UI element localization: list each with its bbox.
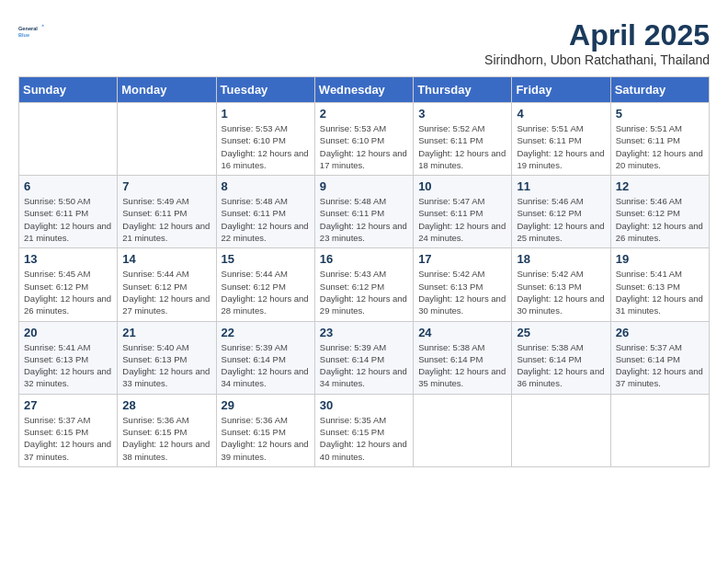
day-info: Sunrise: 5:41 AM Sunset: 6:13 PM Dayligh… (616, 268, 704, 316)
month-title: April 2025 (484, 18, 710, 52)
column-header-saturday: Saturday (610, 77, 709, 103)
day-number: 15 (222, 252, 310, 266)
day-info: Sunrise: 5:35 AM Sunset: 6:15 PM Dayligh… (320, 414, 408, 463)
calendar-cell: 15Sunrise: 5:44 AM Sunset: 6:12 PM Dayli… (216, 248, 314, 321)
day-info: Sunrise: 5:49 AM Sunset: 6:11 PM Dayligh… (122, 195, 210, 244)
calendar-cell: 27Sunrise: 5:37 AM Sunset: 6:15 PM Dayli… (19, 394, 118, 466)
day-info: Sunrise: 5:37 AM Sunset: 6:15 PM Dayligh… (24, 414, 112, 463)
day-info: Sunrise: 5:38 AM Sunset: 6:14 PM Dayligh… (517, 341, 605, 390)
day-info: Sunrise: 5:37 AM Sunset: 6:14 PM Dayligh… (616, 341, 704, 390)
subtitle: Sirindhorn, Ubon Ratchathani, Thailand (484, 52, 710, 67)
day-number: 4 (517, 107, 605, 121)
day-number: 25 (517, 326, 605, 339)
day-number: 18 (517, 252, 605, 266)
day-number: 21 (122, 326, 210, 339)
week-row-4: 20Sunrise: 5:41 AM Sunset: 6:13 PM Dayli… (19, 321, 710, 394)
day-number: 1 (222, 107, 310, 121)
day-info: Sunrise: 5:40 AM Sunset: 6:13 PM Dayligh… (122, 341, 210, 390)
week-row-3: 13Sunrise: 5:45 AM Sunset: 6:12 PM Dayli… (19, 248, 710, 321)
calendar-cell: 22Sunrise: 5:39 AM Sunset: 6:14 PM Dayli… (216, 321, 314, 394)
day-number: 2 (320, 107, 408, 121)
calendar-cell: 18Sunrise: 5:42 AM Sunset: 6:13 PM Dayli… (512, 248, 610, 321)
calendar-cell: 29Sunrise: 5:36 AM Sunset: 6:15 PM Dayli… (216, 394, 314, 466)
calendar-cell: 2Sunrise: 5:53 AM Sunset: 6:10 PM Daylig… (314, 103, 413, 176)
day-info: Sunrise: 5:53 AM Sunset: 6:10 PM Dayligh… (222, 122, 310, 171)
day-info: Sunrise: 5:46 AM Sunset: 6:12 PM Dayligh… (616, 195, 704, 244)
day-number: 16 (320, 252, 408, 266)
column-header-friday: Friday (512, 77, 610, 103)
day-info: Sunrise: 5:36 AM Sunset: 6:15 PM Dayligh… (122, 414, 210, 463)
calendar-cell: 28Sunrise: 5:36 AM Sunset: 6:15 PM Dayli… (118, 394, 216, 466)
day-number: 28 (122, 398, 210, 412)
day-info: Sunrise: 5:52 AM Sunset: 6:11 PM Dayligh… (418, 122, 506, 171)
calendar-cell (414, 394, 512, 466)
day-number: 14 (122, 252, 210, 266)
day-info: Sunrise: 5:38 AM Sunset: 6:14 PM Dayligh… (418, 341, 506, 390)
header: General Blue April 2025 Sirindhorn, Ubon… (18, 18, 710, 67)
calendar-cell: 20Sunrise: 5:41 AM Sunset: 6:13 PM Dayli… (19, 321, 118, 394)
day-info: Sunrise: 5:45 AM Sunset: 6:12 PM Dayligh… (24, 268, 112, 316)
day-number: 8 (222, 179, 310, 193)
column-header-wednesday: Wednesday (314, 77, 413, 103)
calendar-cell: 24Sunrise: 5:38 AM Sunset: 6:14 PM Dayli… (414, 321, 512, 394)
day-number: 30 (320, 398, 408, 412)
day-info: Sunrise: 5:42 AM Sunset: 6:13 PM Dayligh… (418, 268, 506, 316)
column-header-tuesday: Tuesday (216, 77, 314, 103)
svg-marker-2 (41, 25, 44, 27)
calendar-cell: 26Sunrise: 5:37 AM Sunset: 6:14 PM Dayli… (610, 321, 709, 394)
column-header-thursday: Thursday (414, 77, 512, 103)
day-info: Sunrise: 5:41 AM Sunset: 6:13 PM Dayligh… (24, 341, 112, 390)
calendar-cell: 4Sunrise: 5:51 AM Sunset: 6:11 PM Daylig… (512, 103, 610, 176)
week-row-1: 1Sunrise: 5:53 AM Sunset: 6:10 PM Daylig… (19, 103, 710, 176)
day-info: Sunrise: 5:48 AM Sunset: 6:11 PM Dayligh… (222, 195, 310, 244)
calendar-cell: 19Sunrise: 5:41 AM Sunset: 6:13 PM Dayli… (610, 248, 709, 321)
logo: General Blue (18, 18, 44, 44)
day-number: 13 (24, 252, 112, 266)
calendar-body: 1Sunrise: 5:53 AM Sunset: 6:10 PM Daylig… (19, 103, 710, 467)
calendar-cell: 5Sunrise: 5:51 AM Sunset: 6:11 PM Daylig… (610, 103, 709, 176)
calendar-cell: 6Sunrise: 5:50 AM Sunset: 6:11 PM Daylig… (19, 176, 118, 248)
day-number: 23 (320, 326, 408, 339)
week-row-5: 27Sunrise: 5:37 AM Sunset: 6:15 PM Dayli… (19, 394, 710, 466)
day-number: 7 (122, 179, 210, 193)
day-info: Sunrise: 5:39 AM Sunset: 6:14 PM Dayligh… (222, 341, 310, 390)
calendar-cell: 9Sunrise: 5:48 AM Sunset: 6:11 PM Daylig… (314, 176, 413, 248)
calendar-cell: 17Sunrise: 5:42 AM Sunset: 6:13 PM Dayli… (414, 248, 512, 321)
day-number: 20 (24, 326, 112, 339)
calendar-cell: 1Sunrise: 5:53 AM Sunset: 6:10 PM Daylig… (216, 103, 314, 176)
calendar-cell (512, 394, 610, 466)
day-number: 5 (616, 107, 704, 121)
column-header-sunday: Sunday (19, 77, 118, 103)
day-info: Sunrise: 5:47 AM Sunset: 6:11 PM Dayligh… (418, 195, 506, 244)
svg-text:General: General (18, 26, 38, 31)
calendar-cell: 3Sunrise: 5:52 AM Sunset: 6:11 PM Daylig… (414, 103, 512, 176)
svg-text:Blue: Blue (18, 32, 29, 38)
day-number: 6 (24, 179, 112, 193)
day-info: Sunrise: 5:51 AM Sunset: 6:11 PM Dayligh… (616, 122, 704, 171)
calendar-cell: 30Sunrise: 5:35 AM Sunset: 6:15 PM Dayli… (314, 394, 413, 466)
day-number: 27 (24, 398, 112, 412)
day-info: Sunrise: 5:44 AM Sunset: 6:12 PM Dayligh… (122, 268, 210, 316)
day-number: 11 (517, 179, 605, 193)
day-info: Sunrise: 5:48 AM Sunset: 6:11 PM Dayligh… (320, 195, 408, 244)
calendar-cell: 11Sunrise: 5:46 AM Sunset: 6:12 PM Dayli… (512, 176, 610, 248)
day-info: Sunrise: 5:44 AM Sunset: 6:12 PM Dayligh… (222, 268, 310, 316)
day-info: Sunrise: 5:50 AM Sunset: 6:11 PM Dayligh… (24, 195, 112, 244)
day-info: Sunrise: 5:51 AM Sunset: 6:11 PM Dayligh… (517, 122, 605, 171)
title-block: April 2025 Sirindhorn, Ubon Ratchathani,… (484, 18, 710, 67)
calendar-cell: 10Sunrise: 5:47 AM Sunset: 6:11 PM Dayli… (414, 176, 512, 248)
week-row-2: 6Sunrise: 5:50 AM Sunset: 6:11 PM Daylig… (19, 176, 710, 248)
day-info: Sunrise: 5:53 AM Sunset: 6:10 PM Dayligh… (320, 122, 408, 171)
day-info: Sunrise: 5:46 AM Sunset: 6:12 PM Dayligh… (517, 195, 605, 244)
column-header-monday: Monday (118, 77, 216, 103)
calendar-cell: 25Sunrise: 5:38 AM Sunset: 6:14 PM Dayli… (512, 321, 610, 394)
calendar-cell (610, 394, 709, 466)
day-number: 24 (418, 326, 506, 339)
day-number: 12 (616, 179, 704, 193)
day-info: Sunrise: 5:36 AM Sunset: 6:15 PM Dayligh… (222, 414, 310, 463)
day-number: 17 (418, 252, 506, 266)
calendar-cell: 13Sunrise: 5:45 AM Sunset: 6:12 PM Dayli… (19, 248, 118, 321)
calendar-cell: 16Sunrise: 5:43 AM Sunset: 6:12 PM Dayli… (314, 248, 413, 321)
calendar-cell: 7Sunrise: 5:49 AM Sunset: 6:11 PM Daylig… (118, 176, 216, 248)
calendar-cell (19, 103, 118, 176)
